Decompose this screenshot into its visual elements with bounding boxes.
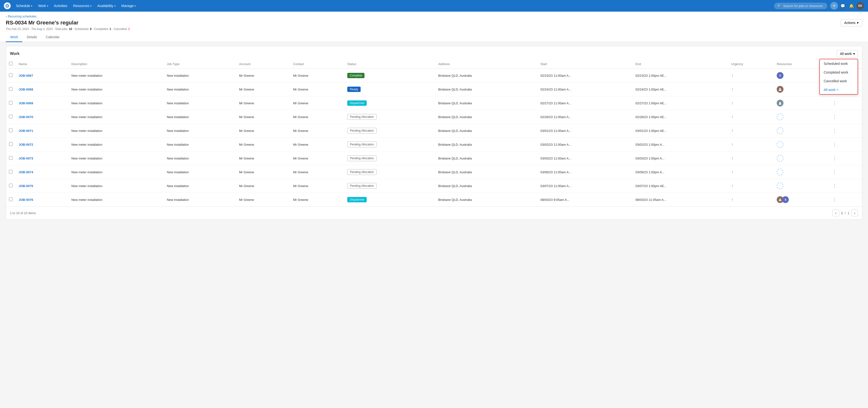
row-address: Brisbane QLD, Australia xyxy=(435,96,537,110)
next-page-button[interactable]: › xyxy=(851,210,858,216)
row-description: New meter installation xyxy=(68,110,164,124)
row-name: JOB-0067 xyxy=(16,69,68,82)
row-name: JOB-0072 xyxy=(16,138,68,151)
nav-activities[interactable]: Activities xyxy=(52,0,70,12)
row-resources xyxy=(774,179,828,193)
select-all-checkbox[interactable] xyxy=(9,62,12,65)
breadcrumb[interactable]: ‹ Recurring schedules xyxy=(6,14,862,18)
pagination-controls: ‹ 1 / 1 › xyxy=(832,210,858,216)
job-link[interactable]: JOB-0071 xyxy=(19,129,33,133)
row-resources xyxy=(774,151,828,165)
row-menu-button[interactable]: ⋮ xyxy=(831,156,838,161)
work-section-title: Work xyxy=(10,52,20,56)
job-link[interactable]: JOB-0074 xyxy=(19,170,33,174)
job-link[interactable]: JOB-0073 xyxy=(19,157,33,160)
row-checkbox[interactable] xyxy=(9,129,12,132)
urgency-up-icon: ↑ xyxy=(732,114,734,119)
tab-details[interactable]: Details xyxy=(22,33,41,42)
row-checkbox-cell xyxy=(6,124,16,138)
nav-availability[interactable]: Availability ▾ xyxy=(95,0,118,12)
row-start: 03/02/23 11:00am A... xyxy=(537,138,632,151)
row-checkbox[interactable] xyxy=(9,87,12,91)
filter-option-completed[interactable]: Completed work xyxy=(820,68,858,77)
app-logo[interactable] xyxy=(4,2,11,9)
status-badge: Ready xyxy=(347,87,361,92)
row-job-type: New installation xyxy=(164,193,236,207)
row-menu-button[interactable]: ⋮ xyxy=(831,197,838,203)
row-checkbox-cell xyxy=(6,110,16,124)
row-contact: Mr Greene xyxy=(290,138,344,151)
filter-button[interactable]: All work ▾ xyxy=(837,50,858,57)
tab-calendar[interactable]: Calendar xyxy=(41,33,64,42)
main-content: Work All work ▾ Scheduled work Completed… xyxy=(0,42,868,224)
row-checkbox[interactable] xyxy=(9,170,12,173)
job-link[interactable]: JOB-0069 xyxy=(19,101,33,105)
row-actions: ⋮ xyxy=(828,138,862,151)
urgency-up-icon: ↑ xyxy=(732,142,734,147)
row-menu-button[interactable]: ⋮ xyxy=(831,183,838,189)
col-header-job-type: Job Type xyxy=(164,59,236,69)
row-status: Pending Allocation xyxy=(344,165,435,179)
row-address: Brisbane QLD, Australia xyxy=(435,110,537,124)
job-link[interactable]: JOB-0075 xyxy=(19,184,33,188)
row-contact: Mr Greene xyxy=(290,110,344,124)
page-title: RS-0034 Mr Greene's regular xyxy=(6,20,79,26)
filter-option-scheduled[interactable]: Scheduled work xyxy=(820,59,858,68)
row-address: Brisbane QLD, Australia xyxy=(435,138,537,151)
row-name: JOB-0068 xyxy=(16,82,68,96)
cursor-pointer-icon: ↖ xyxy=(837,88,839,92)
row-menu-button[interactable]: ⋮ xyxy=(831,114,838,120)
row-checkbox[interactable] xyxy=(9,101,12,105)
job-link[interactable]: JOB-0068 xyxy=(19,88,33,91)
col-header-contact: Contact xyxy=(290,59,344,69)
nav-manage[interactable]: Manage ▾ xyxy=(119,0,138,12)
filter-option-all[interactable]: All work ↖ xyxy=(820,86,858,94)
row-actions: ⋮ xyxy=(828,165,862,179)
notifications-icon-button[interactable]: 🔔 xyxy=(848,2,856,10)
row-menu-button[interactable]: ⋮ xyxy=(831,142,838,147)
row-checkbox[interactable] xyxy=(9,73,12,77)
job-link[interactable]: JOB-0076 xyxy=(19,198,33,202)
job-link[interactable]: JOB-0067 xyxy=(19,74,33,77)
job-link[interactable]: JOB-0070 xyxy=(19,115,33,119)
row-contact: Mr Greene xyxy=(290,165,344,179)
user-avatar[interactable]: EK xyxy=(857,2,864,10)
col-header-address: Address xyxy=(435,59,537,69)
row-status: Ready xyxy=(344,82,435,96)
chat-icon-button[interactable]: 💬 xyxy=(839,2,847,10)
row-checkbox[interactable] xyxy=(9,142,12,146)
add-button[interactable]: + xyxy=(830,2,838,10)
status-badge: Complete xyxy=(347,73,365,78)
row-checkbox[interactable] xyxy=(9,115,12,118)
svg-point-3 xyxy=(779,88,781,90)
row-description: New meter installation xyxy=(68,165,164,179)
nav-work[interactable]: Work ▾ xyxy=(36,0,51,12)
row-description: New meter installation xyxy=(68,82,164,96)
table-row: JOB-0075 New meter installation New inst… xyxy=(6,179,862,193)
row-menu-button[interactable]: ⋮ xyxy=(831,100,838,106)
row-status: Dispatched xyxy=(344,96,435,110)
nav-resources[interactable]: Resources ▾ xyxy=(71,0,94,12)
search-bar[interactable]: 🔍 Search for jobs or resources xyxy=(774,3,827,9)
row-job-type: New installation xyxy=(164,179,236,193)
table-header-row: Name Description Job Type Account Contac… xyxy=(6,59,862,69)
tab-work[interactable]: Work xyxy=(6,33,22,42)
row-name: JOB-0073 xyxy=(16,151,68,165)
row-checkbox[interactable] xyxy=(9,184,12,187)
job-link[interactable]: JOB-0072 xyxy=(19,143,33,146)
page-meta: Thu Feb 23, 2023 - Thu Aug 3, 2023 · Tot… xyxy=(6,27,862,31)
prev-page-button[interactable]: ‹ xyxy=(832,210,839,216)
col-header-end: End xyxy=(632,59,728,69)
row-urgency: ↑ xyxy=(728,193,774,207)
row-checkbox-cell xyxy=(6,138,16,151)
row-end: 03/02/23 1:00pm A... xyxy=(632,138,728,151)
row-menu-button[interactable]: ⋮ xyxy=(831,128,838,134)
row-menu-button[interactable]: ⋮ xyxy=(831,169,838,175)
row-address: Brisbane QLD, Australia xyxy=(435,69,537,82)
filter-option-cancelled[interactable]: Cancelled work xyxy=(820,77,858,86)
actions-button[interactable]: Actions ▾ xyxy=(841,19,862,26)
nav-schedule[interactable]: Schedule ▾ xyxy=(13,0,35,12)
row-checkbox[interactable] xyxy=(9,156,12,160)
search-icon: 🔍 xyxy=(777,4,781,8)
row-checkbox[interactable] xyxy=(9,198,12,201)
